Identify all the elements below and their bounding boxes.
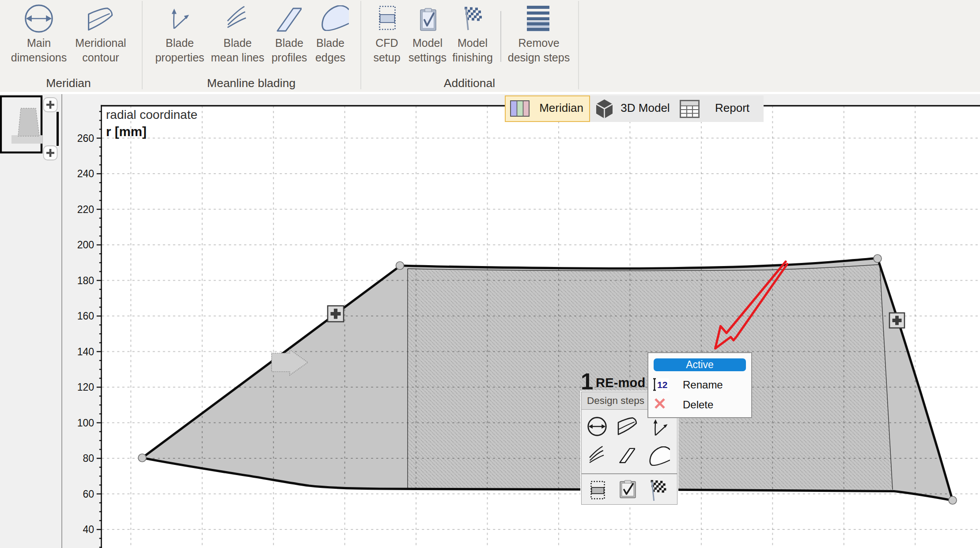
svg-text:radial coordinate: radial coordinate bbox=[106, 108, 197, 122]
svg-text:180: 180 bbox=[77, 275, 94, 286]
svg-text:200: 200 bbox=[77, 239, 94, 251]
svg-text:r [mm]: r [mm] bbox=[106, 124, 147, 139]
svg-text:100: 100 bbox=[77, 417, 94, 429]
svg-text:80: 80 bbox=[83, 453, 94, 464]
svg-text:40: 40 bbox=[83, 524, 94, 535]
svg-text:12: 12 bbox=[657, 380, 667, 390]
svg-text:60: 60 bbox=[83, 488, 94, 500]
svg-text:240: 240 bbox=[77, 168, 94, 179]
svg-text:160: 160 bbox=[77, 310, 94, 322]
svg-text:220: 220 bbox=[77, 204, 94, 215]
svg-text:120: 120 bbox=[77, 381, 94, 393]
svg-text:140: 140 bbox=[77, 346, 94, 358]
svg-text:260: 260 bbox=[77, 133, 94, 144]
